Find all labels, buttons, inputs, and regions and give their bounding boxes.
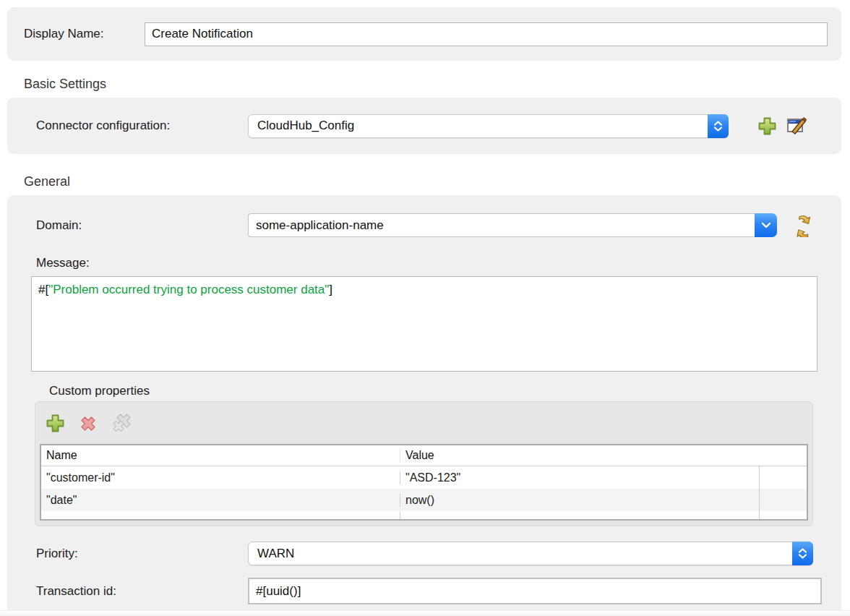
combo-dropdown-button[interactable]	[755, 213, 777, 237]
column-header-value[interactable]: Value	[400, 449, 759, 462]
priority-row: Priority: WARN	[7, 542, 841, 565]
expr-suffix: ]	[329, 283, 332, 296]
display-name-panel: Display Name: Create Notification	[7, 7, 841, 61]
domain-value[interactable]: some-application-name	[248, 213, 755, 237]
column-header-name[interactable]: Name	[41, 449, 400, 462]
column-header-extra	[759, 445, 807, 466]
transaction-id-label: Transaction id:	[36, 584, 248, 599]
priority-select[interactable]: WARN	[248, 542, 813, 565]
plus-icon	[757, 116, 777, 136]
message-label: Message:	[36, 255, 841, 271]
gray-double-x-icon	[111, 413, 133, 433]
table-header-row: Name Value	[41, 445, 807, 466]
transaction-id-row: Transaction id: #[uuid()]	[7, 578, 841, 604]
domain-label: Domain:	[36, 218, 248, 233]
refresh-domains-button[interactable]	[791, 214, 815, 237]
domain-combo[interactable]: some-application-name	[248, 213, 777, 237]
expr-prefix: #[	[38, 283, 48, 296]
display-name-label: Display Name:	[24, 27, 145, 41]
basic-settings-panel: Connector configuration: CloudHub_Config	[7, 98, 841, 154]
edit-icon	[786, 116, 807, 135]
expr-string: "Problem occurred trying to process cust…	[48, 283, 329, 296]
red-x-icon	[78, 414, 98, 433]
cell-extra	[759, 489, 807, 511]
display-name-input[interactable]: Create Notification	[145, 22, 828, 46]
cell-extra	[759, 466, 807, 489]
custom-properties-panel: Name Value "customer-id" "ASD-123" "date…	[35, 401, 813, 526]
priority-value: WARN	[249, 547, 792, 561]
popup-stepper-icon	[708, 114, 729, 138]
general-panel: Domain: some-application-name Message: #…	[7, 195, 841, 615]
message-textarea[interactable]: #["Problem occurred trying to process cu…	[31, 276, 817, 372]
cell-name[interactable]: "customer-id"	[41, 471, 400, 484]
cell-value[interactable]: "ASD-123"	[400, 471, 759, 484]
chevron-down-icon	[761, 222, 771, 228]
add-property-button[interactable]	[46, 414, 65, 433]
popup-stepper-icon	[792, 542, 813, 565]
table-row[interactable]: "date" now()	[41, 489, 807, 511]
basic-settings-title: Basic Settings	[24, 76, 850, 92]
table-empty-space	[41, 511, 807, 519]
transaction-id-input[interactable]: #[uuid()]	[248, 578, 822, 604]
custom-properties-table[interactable]: Name Value "customer-id" "ASD-123" "date…	[40, 444, 808, 521]
plus-icon	[46, 414, 65, 433]
general-title: General	[24, 174, 850, 189]
table-row[interactable]: "customer-id" "ASD-123"	[41, 466, 807, 489]
refresh-icon	[791, 214, 815, 237]
edit-config-button[interactable]	[786, 116, 807, 135]
domain-row: Domain: some-application-name	[7, 213, 841, 237]
connector-configuration-select[interactable]: CloudHub_Config	[248, 114, 729, 138]
connector-configuration-label: Connector configuration:	[36, 119, 248, 133]
connector-configuration-value: CloudHub_Config	[249, 119, 708, 133]
delete-all-properties-button[interactable]	[111, 413, 133, 433]
cell-value[interactable]: now()	[400, 494, 759, 507]
priority-label: Priority:	[36, 547, 248, 561]
cell-name[interactable]: "date"	[41, 494, 400, 507]
custom-properties-title: Custom properties	[49, 383, 841, 399]
bottom-divider	[0, 610, 850, 616]
delete-property-button[interactable]	[78, 414, 98, 433]
custom-properties-toolbar	[35, 402, 812, 444]
add-config-button[interactable]	[757, 116, 777, 136]
